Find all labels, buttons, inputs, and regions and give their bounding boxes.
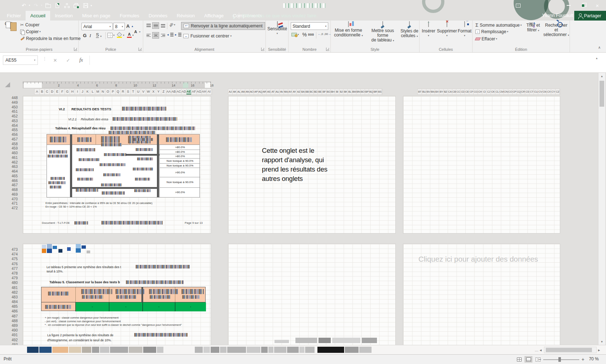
redacted-sheet-tab[interactable] bbox=[39, 347, 52, 353]
column-header-B[interactable]: B bbox=[40, 89, 45, 94]
column-header-CO[interactable]: CO bbox=[508, 89, 513, 94]
column-header-AM[interactable]: AM bbox=[241, 89, 245, 94]
column-header-BL[interactable]: BL bbox=[348, 89, 352, 94]
row-header-466[interactable]: 466 bbox=[0, 179, 21, 183]
expand-formula-bar-icon[interactable]: ▴ bbox=[596, 56, 598, 60]
redacted-sheet-tab[interactable] bbox=[157, 347, 163, 353]
scroll-tabs-left-icon[interactable]: ◂ bbox=[540, 345, 542, 355]
column-header-AD[interactable]: AD bbox=[181, 89, 186, 94]
redacted-sheet-tab[interactable] bbox=[261, 347, 268, 353]
cut-button[interactable]: ✂Couper bbox=[20, 22, 39, 27]
row-header-474[interactable]: 474 bbox=[0, 252, 21, 257]
save-icon[interactable] bbox=[82, 0, 89, 11]
column-header-CJ[interactable]: CJ bbox=[487, 89, 491, 94]
row-header-467[interactable]: 467 bbox=[0, 183, 21, 188]
column-header-CG[interactable]: CG bbox=[474, 89, 478, 94]
redacted-sheet-tab[interactable] bbox=[359, 347, 372, 353]
column-header-AN[interactable]: AN bbox=[245, 89, 250, 94]
column-header-CP[interactable]: CP bbox=[513, 89, 517, 94]
tab-mise-en-page[interactable]: Mise en page bbox=[78, 11, 115, 21]
redacted-sheet-tab[interactable] bbox=[274, 347, 286, 353]
column-header-CT[interactable]: CT bbox=[530, 89, 534, 94]
bold-button[interactable]: G bbox=[83, 33, 87, 38]
column-header-BO[interactable]: BO bbox=[361, 89, 365, 94]
column-header-AY[interactable]: AY bbox=[292, 89, 297, 94]
column-header-CL[interactable]: CL bbox=[495, 89, 500, 94]
redacted-sheet-tab[interactable] bbox=[69, 347, 81, 353]
column-header-CN[interactable]: CN bbox=[504, 89, 508, 94]
insert-function-icon[interactable]: fx bbox=[76, 56, 86, 65]
row-header-489[interactable]: 489 bbox=[0, 323, 21, 328]
row-header-492[interactable]: 492 bbox=[0, 338, 21, 342]
row-header-491[interactable]: 491 bbox=[0, 333, 21, 337]
column-header-T[interactable]: T bbox=[131, 89, 136, 94]
page-layout-view-button[interactable] bbox=[524, 356, 532, 363]
column-header-CC[interactable]: CC bbox=[456, 89, 461, 94]
column-header-L[interactable]: L bbox=[90, 89, 95, 94]
vertical-scrollbar[interactable]: ▴ ▾ bbox=[598, 73, 605, 345]
column-header-BN[interactable]: BN bbox=[356, 89, 361, 94]
row-header-472[interactable]: 472 bbox=[0, 206, 21, 211]
redacted-sheet-tab[interactable] bbox=[317, 347, 344, 353]
column-header-BY[interactable]: BY bbox=[439, 89, 444, 94]
percent-style-button[interactable]: % bbox=[302, 32, 307, 37]
tell-me-box[interactable]: Dites-nous ce que vous voulez faire. bbox=[232, 11, 318, 21]
column-header-W[interactable]: W bbox=[146, 89, 151, 94]
column-header-AX[interactable]: AX bbox=[288, 89, 293, 94]
column-header-CY[interactable]: CY bbox=[551, 89, 556, 94]
column-header-C[interactable]: C bbox=[45, 89, 50, 94]
select-all-corner[interactable] bbox=[5, 82, 10, 87]
column-header-P[interactable]: P bbox=[110, 89, 115, 94]
undo-dropdown-icon[interactable]: ▾ bbox=[29, 4, 30, 7]
paste-button[interactable]: Coller▾ bbox=[2, 22, 19, 30]
font-dialog-launcher-icon[interactable] bbox=[139, 48, 142, 51]
column-header-U[interactable]: U bbox=[136, 89, 141, 94]
formula-bar-splitter[interactable]: ⋮ bbox=[43, 56, 47, 61]
column-header-BW[interactable]: BW bbox=[431, 89, 435, 94]
column-header-S[interactable]: S bbox=[126, 89, 131, 94]
chart-placeholder[interactable]: Cliquez ici pour ajouter des données bbox=[418, 255, 538, 263]
diagram-icon[interactable] bbox=[63, 0, 70, 11]
column-header-CZ[interactable]: CZ bbox=[556, 89, 560, 94]
collapse-ribbon-icon[interactable]: ∧ bbox=[598, 45, 601, 49]
font-color-button[interactable]: A▾ bbox=[127, 32, 134, 38]
row-header-469[interactable]: 469 bbox=[0, 192, 21, 197]
redacted-sheet-tab[interactable] bbox=[129, 347, 142, 353]
tab-insertion[interactable]: Insertion bbox=[50, 11, 78, 21]
column-header-CU[interactable]: CU bbox=[534, 89, 538, 94]
column-header-AT[interactable]: AT bbox=[271, 89, 275, 94]
copy-button[interactable]: Copier▾ bbox=[20, 29, 41, 34]
accounting-format-button[interactable]: ▾ bbox=[291, 33, 299, 36]
row-header-484[interactable]: 484 bbox=[0, 299, 21, 304]
column-header-CH[interactable]: CH bbox=[478, 89, 482, 94]
redacted-sheet-tab[interactable] bbox=[287, 347, 299, 353]
number-dialog-launcher-icon[interactable] bbox=[326, 48, 329, 51]
alignment-dialog-launcher-icon[interactable] bbox=[261, 48, 264, 51]
column-header-Y[interactable]: Y bbox=[156, 89, 161, 94]
row-header-450[interactable]: 450 bbox=[0, 105, 21, 110]
zoom-in-button[interactable]: + bbox=[581, 356, 584, 362]
row-header-461[interactable]: 461 bbox=[0, 156, 21, 160]
column-header-BQ[interactable]: BQ bbox=[369, 89, 373, 94]
redacted-sheet-tab[interactable] bbox=[110, 347, 128, 353]
redacted-sheet-tab[interactable] bbox=[220, 347, 227, 353]
align-center-icon[interactable] bbox=[152, 32, 159, 39]
borders-button[interactable]: ▾ bbox=[107, 33, 115, 38]
column-header-E[interactable]: E bbox=[55, 89, 60, 94]
underline-dropdown-icon[interactable]: ▾ bbox=[100, 35, 102, 38]
row-header-490[interactable]: 490 bbox=[0, 328, 21, 333]
row-header-481[interactable]: 481 bbox=[0, 285, 21, 290]
redacted-sheet-tab[interactable] bbox=[27, 347, 39, 353]
row-header-486[interactable]: 486 bbox=[0, 309, 21, 314]
column-header-BG[interactable]: BG bbox=[326, 89, 331, 94]
tab-données[interactable]: Données bbox=[144, 11, 172, 21]
column-header-M[interactable]: M bbox=[95, 89, 100, 94]
row-header-488[interactable]: 488 bbox=[0, 319, 21, 323]
column-header-AI[interactable]: AI bbox=[207, 89, 212, 94]
column-header-CV[interactable]: CV bbox=[538, 89, 543, 94]
align-left-icon[interactable] bbox=[145, 32, 152, 39]
name-box[interactable]: AE55▾ bbox=[3, 56, 38, 65]
column-header-AL[interactable]: AL bbox=[237, 89, 241, 94]
align-right-icon[interactable] bbox=[159, 32, 166, 39]
column-header-AW[interactable]: AW bbox=[284, 89, 288, 94]
